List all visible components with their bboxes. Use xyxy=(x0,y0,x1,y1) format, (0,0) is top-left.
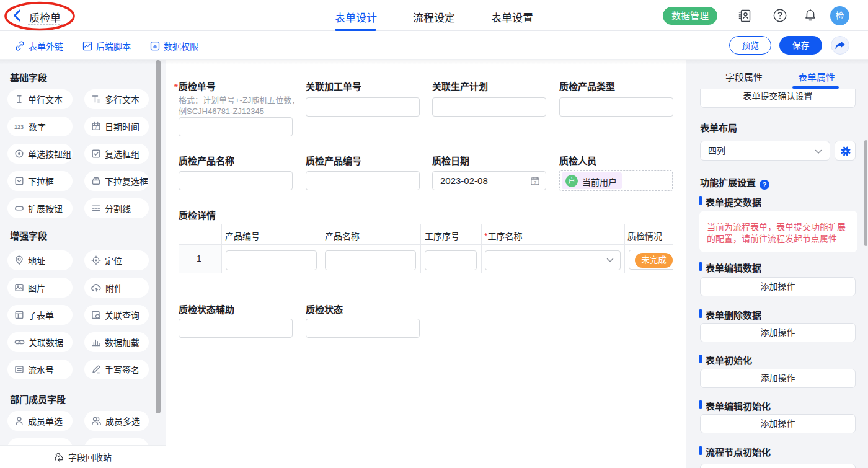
svg-text:7: 7 xyxy=(95,125,97,130)
svg-text:7: 7 xyxy=(534,180,536,185)
svg-text:123: 123 xyxy=(14,124,24,130)
